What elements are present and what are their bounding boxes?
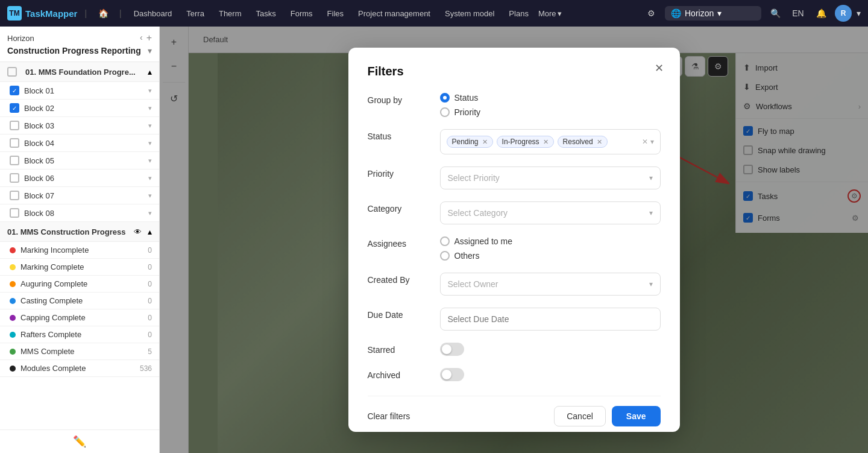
sidebar-task-item[interactable]: Casting Complete 0 [0, 293, 159, 309]
created-by-dropdown[interactable]: Select Owner ▾ [440, 273, 661, 296]
group-by-priority[interactable]: Priority [440, 107, 661, 117]
block07-expand[interactable]: ▾ [148, 192, 152, 200]
archived-toggle[interactable] [440, 368, 464, 381]
sidebar-section-expand[interactable]: ▾ [148, 46, 152, 55]
sidebar-item-block05[interactable]: Block 05 ▾ [0, 152, 159, 169]
sidebar-task-item[interactable]: Rafters Complete 0 [0, 326, 159, 343]
sidebar-item-block06[interactable]: Block 06 ▾ [0, 169, 159, 187]
clear-filters-button[interactable]: Clear filters [368, 407, 410, 426]
block08-expand[interactable]: ▾ [148, 209, 152, 217]
block05-expand[interactable]: ▾ [148, 157, 152, 165]
sidebar-add-icon[interactable]: + [146, 33, 152, 43]
sidebar-item-block04[interactable]: Block 04 ▾ [0, 135, 159, 152]
status-tag-resolved[interactable]: Resolved ✕ [558, 136, 608, 148]
archived-toggle-knob [442, 370, 451, 379]
block03-expand[interactable]: ▾ [148, 122, 152, 130]
user-menu-arrow[interactable]: ▾ [857, 8, 861, 18]
block04-expand[interactable]: ▾ [148, 139, 152, 147]
sidebar-task-item[interactable]: MMS Complete 5 [0, 343, 159, 360]
sidebar-item-block03[interactable]: Block 03 ▾ [0, 117, 159, 135]
status-tag-pending[interactable]: Pending ✕ [447, 136, 493, 148]
priority-dropdown[interactable]: Select Priority ▾ [440, 166, 661, 189]
task-label: Marking Complete [20, 262, 145, 271]
sidebar-task-item[interactable]: Auguring Complete 0 [0, 276, 159, 293]
status-tag-in-progress[interactable]: In-Progress ✕ [497, 136, 554, 148]
nav-terra[interactable]: Terra [181, 7, 209, 21]
sidebar-item-block02[interactable]: ✓ Block 02 ▾ [0, 100, 159, 117]
block01-expand[interactable]: ▾ [148, 87, 152, 95]
nav-tasks[interactable]: Tasks [251, 7, 281, 21]
logo[interactable]: TM TaskMapper [7, 6, 77, 21]
starred-toggle-knob [442, 344, 451, 354]
settings-icon[interactable]: ⚙ [642, 4, 660, 22]
progress-expand-icon[interactable]: ▴ [148, 227, 152, 236]
due-date-input[interactable] [440, 308, 661, 331]
language-selector[interactable]: EN [789, 4, 807, 22]
nav-forms[interactable]: Forms [286, 7, 318, 21]
sidebar-task-item[interactable]: Marking Incomplete 0 [0, 242, 159, 259]
task-label: Modules Complete [20, 364, 137, 373]
block05-checkbox[interactable] [10, 156, 19, 165]
block03-checkbox[interactable] [10, 121, 19, 130]
category-dropdown[interactable]: Select Category ▾ [440, 201, 661, 224]
sidebar-progress-section[interactable]: 01. MMS Construction Progress 👁 ▴ [0, 222, 159, 242]
group-by-priority-radio[interactable] [440, 107, 450, 117]
sidebar-task-item[interactable]: Modules Complete 536 [0, 360, 159, 377]
nav-therm[interactable]: Therm [214, 7, 247, 21]
progress-visibility-icon[interactable]: 👁 [134, 227, 142, 236]
task-count: 0 [148, 314, 152, 322]
footer-buttons: Cancel Save [554, 406, 660, 426]
task-count: 5 [148, 347, 152, 356]
status-dropdown-arrow[interactable]: ▾ [650, 138, 654, 146]
block08-checkbox[interactable] [10, 208, 19, 218]
nav-project-management[interactable]: Project management [353, 7, 435, 21]
starred-toggle[interactable] [440, 343, 464, 356]
sidebar-task-item[interactable]: Capping Complete 0 [0, 309, 159, 326]
block06-expand[interactable]: ▾ [148, 174, 152, 182]
block-section-expand[interactable]: ▴ [148, 67, 152, 77]
status-clear-icon[interactable]: ✕ [642, 138, 648, 146]
project-selector[interactable]: 🌐 Horizon ▾ [665, 6, 761, 21]
resolved-close[interactable]: ✕ [597, 138, 602, 146]
assignee-me[interactable]: Assigned to me [440, 236, 661, 246]
main-layout: Horizon ‹ + Construction Progress Report… [0, 27, 868, 453]
nav-plans[interactable]: Plans [504, 7, 533, 21]
save-button[interactable]: Save [612, 406, 661, 426]
block-section-checkbox[interactable] [7, 67, 17, 77]
group-by-status-radio[interactable] [440, 93, 450, 103]
sidebar-task-item[interactable]: Marking Complete 0 [0, 259, 159, 276]
assignee-others-radio[interactable] [440, 251, 450, 261]
nav-dashboard[interactable]: Dashboard [129, 7, 177, 21]
block06-checkbox[interactable] [10, 173, 19, 183]
sidebar-item-block08[interactable]: Block 08 ▾ [0, 204, 159, 222]
sidebar-section-blocks[interactable]: 01. MMS Foundation Progre... ▴ [0, 62, 159, 82]
modal-close-button[interactable]: ✕ [651, 60, 668, 77]
nav-system-model[interactable]: System model [440, 7, 499, 21]
sidebar-collapse-icon[interactable]: ‹ [140, 33, 143, 43]
in-progress-close[interactable]: ✕ [543, 138, 549, 146]
home-icon[interactable]: 🏠 [94, 4, 112, 22]
filter-group-by: Group by Status Priority [368, 93, 661, 117]
block02-checkbox[interactable]: ✓ [10, 103, 19, 113]
nav-more[interactable]: More ▾ [538, 9, 562, 18]
task-count: 0 [148, 246, 152, 255]
search-icon[interactable]: 🔍 [766, 4, 784, 22]
sidebar-item-block01[interactable]: ✓ Block 01 ▾ [0, 82, 159, 100]
sidebar-item-block07[interactable]: Block 07 ▾ [0, 187, 159, 204]
nav-files[interactable]: Files [322, 7, 348, 21]
block07-checkbox[interactable] [10, 191, 19, 200]
sidebar-edit-icon[interactable]: ✏️ [73, 435, 86, 448]
due-date-control [440, 308, 661, 331]
notifications-icon[interactable]: 🔔 [812, 4, 830, 22]
block01-checkbox[interactable]: ✓ [10, 86, 19, 95]
user-avatar[interactable]: R [835, 5, 852, 22]
assignee-others[interactable]: Others [440, 251, 661, 261]
pending-close[interactable]: ✕ [482, 138, 488, 146]
status-tags-container[interactable]: Pending ✕ In-Progress ✕ Resolved ✕ [440, 129, 661, 154]
block02-expand[interactable]: ▾ [148, 104, 152, 112]
group-by-status[interactable]: Status [440, 93, 661, 103]
cancel-button[interactable]: Cancel [554, 406, 606, 426]
block04-checkbox[interactable] [10, 138, 19, 148]
progress-section-label: 01. MMS Construction Progress [7, 227, 130, 236]
assignee-me-radio[interactable] [440, 236, 450, 246]
